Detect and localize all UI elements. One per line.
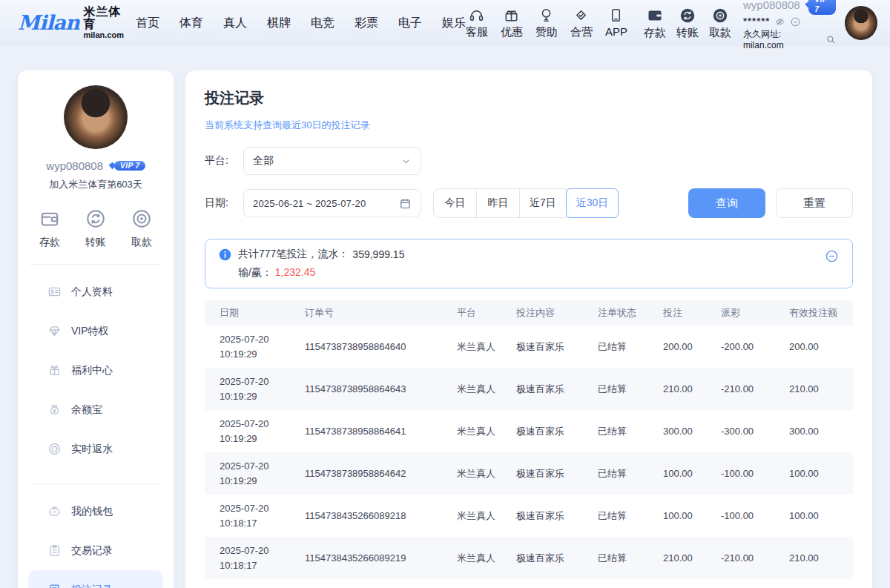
quick-action-2[interactable]: 赞助	[535, 7, 558, 39]
sidebar-item-label: VIP特权	[71, 325, 109, 338]
quick-range-0[interactable]: 今日	[433, 188, 477, 218]
transfer-filled-icon	[679, 7, 696, 24]
sidebar-item-0[interactable]: 个人资料	[28, 272, 163, 311]
reset-button[interactable]: 重置	[776, 188, 853, 218]
vip-level-label: VIP 7	[808, 0, 836, 15]
sidebar-item-1[interactable]: 交易记录	[28, 531, 163, 570]
quick-range-group: 今日昨日近7日近30日	[433, 188, 619, 218]
cell-status: 已结算	[583, 425, 648, 438]
cell-bet: 210.00	[648, 383, 706, 394]
sidebar-shortcut-2[interactable]: 取款	[131, 208, 153, 249]
cell-order: 1154738435266089218	[290, 510, 442, 521]
topnav-item[interactable]: 电子	[398, 16, 422, 31]
refresh-circle-icon[interactable]	[790, 16, 801, 27]
shortcut-label: 取款	[131, 236, 152, 249]
vip-badge[interactable]: VIP 7	[804, 0, 837, 15]
rebate-icon	[47, 442, 62, 456]
quick-action-label: 赞助	[535, 25, 558, 39]
sidebar-vip-badge[interactable]: VIP 7	[108, 161, 145, 171]
quick-range-1[interactable]: 昨日	[476, 188, 520, 218]
table-header-row: 日期订单号平台投注内容注单状态投注派彩有效投注额	[205, 300, 853, 326]
topnav-item[interactable]: 体育	[179, 16, 203, 31]
cell-content: 极速百家乐	[501, 383, 583, 396]
cell-status: 已结算	[583, 340, 648, 354]
sidebar-shortcut-0[interactable]: 存款	[39, 208, 61, 249]
cell-payout: -200.00	[706, 341, 774, 352]
brand-logo[interactable]: Milan 米兰体育 milan.com	[18, 6, 124, 39]
wallet-action-2[interactable]: 取款	[709, 7, 731, 40]
magnifier-icon[interactable]	[825, 34, 837, 45]
topnav-item[interactable]: 棋牌	[267, 16, 291, 31]
platform-selected-value: 全部	[253, 154, 400, 168]
query-button[interactable]: 查询	[688, 188, 765, 218]
cell-platform: 米兰真人	[442, 467, 501, 480]
table-body: 2025-07-2010:19:291154738738958864640米兰真…	[205, 326, 853, 579]
topnav-item[interactable]: 首页	[136, 16, 159, 31]
quick-action-0[interactable]: 客服	[466, 7, 488, 39]
quick-actions: 客服优惠赞助合营APP	[466, 7, 627, 39]
sidebar-item-1[interactable]: VIP特权	[28, 311, 163, 351]
topnav-item[interactable]: 彩票	[355, 16, 378, 31]
quick-range-3[interactable]: 近30日	[566, 188, 619, 218]
page-title: 投注记录	[205, 88, 853, 108]
wallet-action-0[interactable]: 存款	[644, 7, 666, 40]
cell-content: 极速百家乐	[501, 425, 583, 438]
avatar[interactable]	[845, 6, 877, 40]
cell-valid: 210.00	[774, 552, 853, 564]
gift-icon	[503, 7, 520, 24]
table-header-cell: 派彩	[706, 306, 774, 320]
masked-balance: ******	[743, 16, 770, 27]
vip-diamond-icon	[804, 0, 812, 10]
platform-select[interactable]: 全部	[243, 147, 421, 175]
quick-range-2[interactable]: 近7日	[519, 188, 567, 218]
quick-action-1[interactable]: 优惠	[501, 7, 523, 39]
sidebar-item-4[interactable]: 实时返水	[28, 429, 163, 469]
eye-off-icon[interactable]	[774, 16, 785, 27]
table-row: 2025-07-2010:19:291154738738958864642米兰真…	[205, 452, 853, 495]
username: wyp080808	[743, 0, 800, 12]
cell-date: 2025-07-20	[220, 544, 290, 558]
wallet-action-label: 取款	[709, 26, 731, 40]
headset-icon	[468, 7, 485, 24]
cell-valid: 100.00	[774, 510, 853, 521]
app-icon	[607, 7, 624, 24]
sidebar-item-3[interactable]: 余额宝	[28, 390, 163, 429]
cell-payout: -100.00	[706, 510, 774, 521]
cell-status: 已结算	[583, 467, 648, 480]
sidebar-shortcut-1[interactable]: 转账	[85, 208, 107, 249]
topnav-item[interactable]: 电竞	[311, 16, 334, 31]
deposit-filled-icon	[646, 7, 664, 24]
wallet-action-label: 转账	[676, 26, 699, 40]
quick-action-label: 客服	[466, 25, 488, 39]
sidebar-item-2[interactable]: 投注记录	[28, 570, 163, 588]
withdraw-icon	[131, 208, 153, 230]
quick-action-3[interactable]: 合营	[570, 7, 593, 39]
cell-valid: 200.00	[774, 341, 853, 352]
cell-date: 2025-07-20	[220, 374, 290, 389]
cell-datetime: 2025-07-2010:19:29	[205, 417, 290, 446]
wallet-action-1[interactable]: 转账	[676, 7, 699, 40]
quick-action-4[interactable]: APP	[605, 7, 627, 39]
date-range-input[interactable]: 2025-06-21 ~ 2025-07-20	[243, 189, 421, 217]
cell-order: 1154738738958864642	[290, 468, 442, 479]
cell-datetime: 2025-07-2010:19:29	[205, 332, 290, 361]
table-header-cell: 注单状态	[583, 306, 648, 320]
sidebar-item-label: 实时返水	[71, 443, 113, 456]
cell-platform: 米兰真人	[442, 340, 501, 354]
collapse-icon[interactable]	[825, 249, 839, 263]
cell-time: 10:19:29	[220, 432, 290, 446]
cell-payout: -100.00	[706, 468, 774, 479]
cell-platform: 米兰真人	[442, 552, 501, 565]
vip-gem-icon	[47, 324, 62, 338]
user-block: wyp080808 VIP 7 ****** 永久网址: milan.com	[743, 0, 836, 51]
brand-name: 米兰体育	[84, 6, 124, 31]
cell-status: 已结算	[583, 383, 648, 396]
cell-bet: 210.00	[648, 552, 706, 564]
sidebar-item-0[interactable]: 我的钱包	[28, 492, 163, 531]
topnav-item[interactable]: 真人	[223, 16, 247, 31]
sidebar-item-2[interactable]: 福利中心	[28, 351, 163, 390]
sidebar-item-label: 福利中心	[71, 364, 113, 377]
quick-action-label: 优惠	[501, 25, 523, 39]
cell-time: 10:19:29	[220, 474, 290, 489]
topnav-item[interactable]: 娱乐	[442, 16, 466, 31]
